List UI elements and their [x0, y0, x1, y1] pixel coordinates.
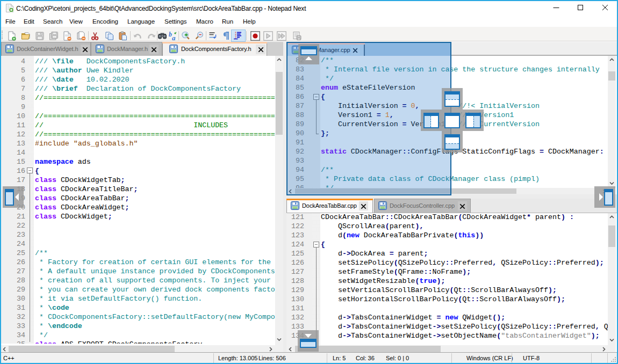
svg-text:a: a	[172, 34, 176, 41]
